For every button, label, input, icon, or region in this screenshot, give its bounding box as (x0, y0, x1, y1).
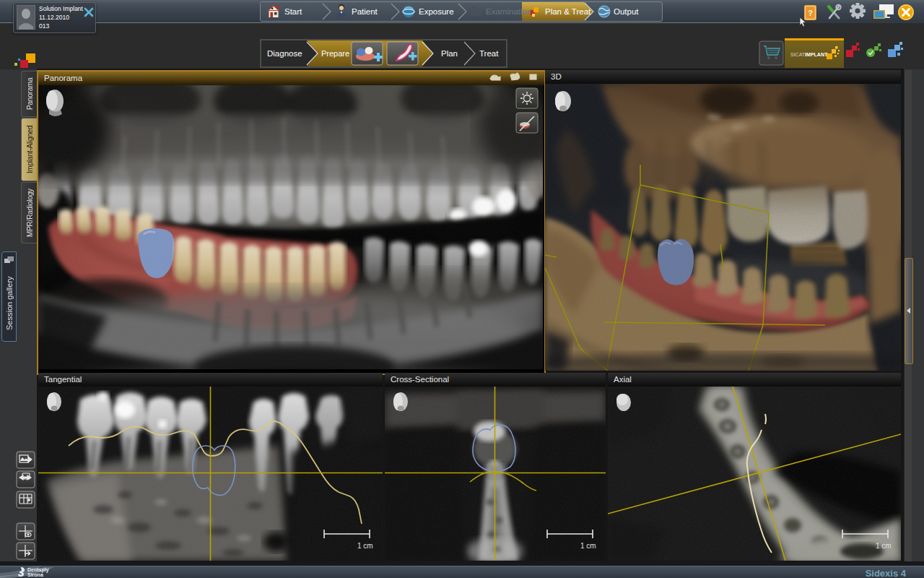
svg-text:1 cm: 1 cm (876, 542, 892, 550)
svg-text:Diagnose: Diagnose (267, 49, 302, 58)
svg-text:Plan: Plan (441, 49, 458, 58)
svg-text:Exposure: Exposure (419, 7, 454, 16)
svg-text:Output: Output (614, 7, 639, 16)
svg-text:?: ? (808, 9, 813, 17)
svg-text:Sirona: Sirona (27, 572, 43, 577)
svg-text:Examination: Examination (486, 7, 531, 16)
svg-text:Treat: Treat (479, 49, 499, 58)
svg-text:Patient: Patient (352, 7, 378, 16)
svg-text:Prepare: Prepare (321, 49, 349, 58)
svg-text:Plan & Treat: Plan & Treat (545, 7, 591, 16)
svg-text:1 cm: 1 cm (357, 542, 373, 550)
svg-text:Start: Start (284, 7, 302, 16)
svg-text:1 cm: 1 cm (580, 542, 596, 550)
